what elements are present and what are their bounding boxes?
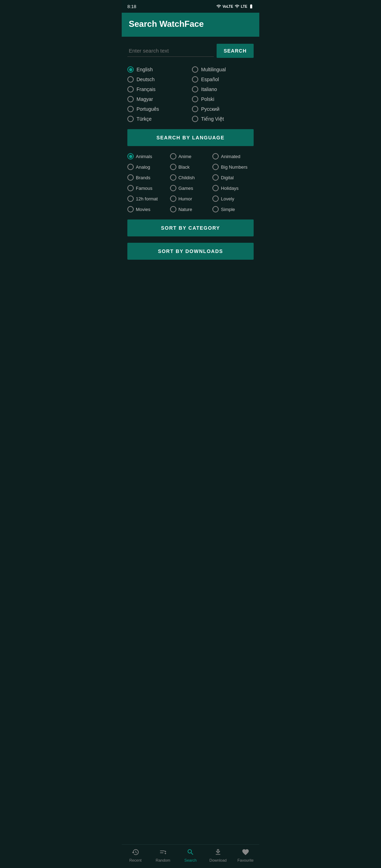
language-option-russian[interactable]: Русский xyxy=(192,106,254,112)
category-option-humor[interactable]: Humor xyxy=(170,195,211,202)
radio-movies xyxy=(127,206,134,212)
label-lovely: Lovely xyxy=(221,196,234,201)
label-tiengviet: Tiếng Việt xyxy=(201,116,224,122)
language-options: English Multilingual Deutsch Español Fra… xyxy=(122,61,259,125)
radio-simple xyxy=(212,206,219,212)
radio-bignumbers xyxy=(212,164,219,170)
language-option-italiano[interactable]: Italiano xyxy=(192,86,254,92)
radio-animated xyxy=(212,153,219,159)
language-option-tiengviet[interactable]: Tiếng Việt xyxy=(192,116,254,122)
radio-holidays xyxy=(212,185,219,191)
status-time: 8:18 xyxy=(127,4,136,9)
radio-russian xyxy=(192,106,198,112)
label-nature: Nature xyxy=(179,207,192,212)
label-digital: Digital xyxy=(221,175,234,180)
radio-english xyxy=(127,66,134,73)
radio-games xyxy=(170,185,176,191)
radio-turkce xyxy=(127,116,134,122)
label-polski: Polski xyxy=(201,96,214,102)
label-deutsch: Deutsch xyxy=(137,77,155,82)
radio-animals xyxy=(127,153,134,159)
label-black: Black xyxy=(179,164,190,170)
category-option-animated[interactable]: Animated xyxy=(212,153,254,159)
label-games: Games xyxy=(179,186,193,191)
language-option-portugues[interactable]: Português xyxy=(127,106,189,112)
category-option-childish[interactable]: Childish xyxy=(170,174,211,181)
radio-digital xyxy=(212,174,219,181)
category-option-nature[interactable]: Nature xyxy=(170,206,211,212)
label-francais: Français xyxy=(137,86,156,92)
label-childish: Childish xyxy=(179,175,195,180)
search-by-language-button[interactable]: SEARCH BY LANGUAGE xyxy=(127,129,254,146)
radio-famous xyxy=(127,185,134,191)
label-animals: Animals xyxy=(136,154,152,159)
search-area: SEARCH xyxy=(122,37,259,61)
radio-anime xyxy=(170,153,176,159)
category-option-brands[interactable]: Brands xyxy=(127,174,169,181)
radio-multilingual xyxy=(192,66,198,73)
category-option-holidays[interactable]: Holidays xyxy=(212,185,254,191)
label-italiano: Italiano xyxy=(201,86,217,92)
category-option-black[interactable]: Black xyxy=(170,164,211,170)
label-brands: Brands xyxy=(136,175,150,180)
label-movies: Movies xyxy=(136,207,150,212)
label-anime: Anime xyxy=(179,154,192,159)
label-portugues: Português xyxy=(137,106,159,112)
radio-espanol xyxy=(192,76,198,83)
category-option-anime[interactable]: Anime xyxy=(170,153,211,159)
language-option-polski[interactable]: Polski xyxy=(192,96,254,102)
category-option-movies[interactable]: Movies xyxy=(127,206,169,212)
category-option-animals[interactable]: Animals xyxy=(127,153,169,159)
label-english: English xyxy=(137,67,153,72)
category-option-bignumbers[interactable]: Big Numbers xyxy=(212,164,254,170)
label-russian: Русский xyxy=(201,106,219,112)
radio-lovely xyxy=(212,195,219,202)
status-icons: VoLTE LTE xyxy=(216,4,254,9)
category-option-famous[interactable]: Famous xyxy=(127,185,169,191)
category-option-games[interactable]: Games xyxy=(170,185,211,191)
label-simple: Simple xyxy=(221,207,235,212)
radio-deutsch xyxy=(127,76,134,83)
label-12hformat: 12h format xyxy=(136,196,158,201)
category-option-analog[interactable]: Analog xyxy=(127,164,169,170)
language-option-deutsch[interactable]: Deutsch xyxy=(127,76,189,83)
status-bar: 8:18 VoLTE LTE xyxy=(122,0,259,13)
label-analog: Analog xyxy=(136,164,150,170)
sort-by-downloads-button[interactable]: SORT BY DOWNLOADS xyxy=(127,243,254,260)
category-option-digital[interactable]: Digital xyxy=(212,174,254,181)
label-espanol: Español xyxy=(201,77,219,82)
radio-12hformat xyxy=(127,195,134,202)
label-magyar: Magyar xyxy=(137,96,153,102)
category-option-simple[interactable]: Simple xyxy=(212,206,254,212)
label-famous: Famous xyxy=(136,186,152,191)
radio-childish xyxy=(170,174,176,181)
radio-tiengviet xyxy=(192,116,198,122)
label-animated: Animated xyxy=(221,154,240,159)
category-options: Animals Anime Animated Analog Black Big … xyxy=(122,148,259,215)
radio-humor xyxy=(170,195,176,202)
label-holidays: Holidays xyxy=(221,186,238,191)
language-option-turkce[interactable]: Türkçe xyxy=(127,116,189,122)
language-option-english[interactable]: English xyxy=(127,66,189,73)
radio-brands xyxy=(127,174,134,181)
label-humor: Humor xyxy=(179,196,192,201)
category-option-12hformat[interactable]: 12h format xyxy=(127,195,169,202)
search-input[interactable] xyxy=(127,45,214,57)
radio-francais xyxy=(127,86,134,92)
language-option-francais[interactable]: Français xyxy=(127,86,189,92)
radio-portugues xyxy=(127,106,134,112)
sort-by-category-button[interactable]: SORT BY CATEGORY xyxy=(127,219,254,236)
radio-black xyxy=(170,164,176,170)
app-header: Search WatchFace xyxy=(122,13,259,37)
label-multilingual: Multilingual xyxy=(201,67,226,72)
language-option-magyar[interactable]: Magyar xyxy=(127,96,189,102)
label-bignumbers: Big Numbers xyxy=(221,164,247,170)
radio-nature xyxy=(170,206,176,212)
label-turkce: Türkçe xyxy=(137,116,152,122)
radio-italiano xyxy=(192,86,198,92)
language-option-multilingual[interactable]: Multilingual xyxy=(192,66,254,73)
radio-magyar xyxy=(127,96,134,102)
language-option-espanol[interactable]: Español xyxy=(192,76,254,83)
search-button[interactable]: SEARCH xyxy=(217,44,254,58)
category-option-lovely[interactable]: Lovely xyxy=(212,195,254,202)
